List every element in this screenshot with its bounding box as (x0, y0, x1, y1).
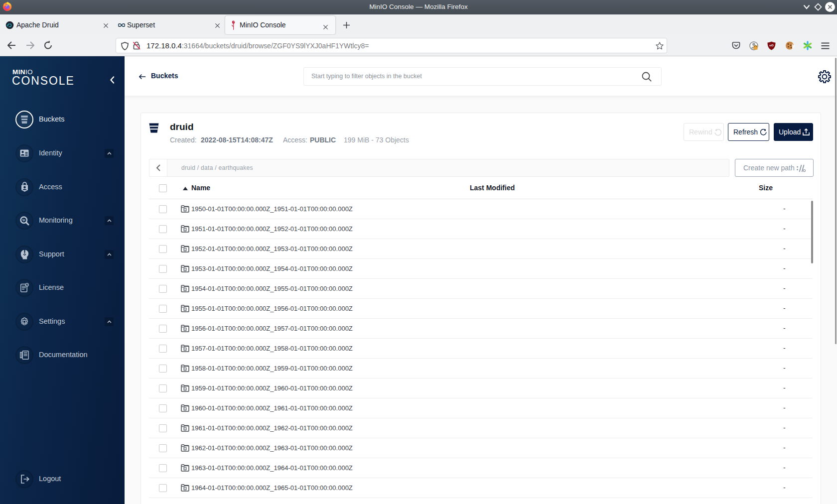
svg-text:uO: uO (769, 44, 774, 47)
